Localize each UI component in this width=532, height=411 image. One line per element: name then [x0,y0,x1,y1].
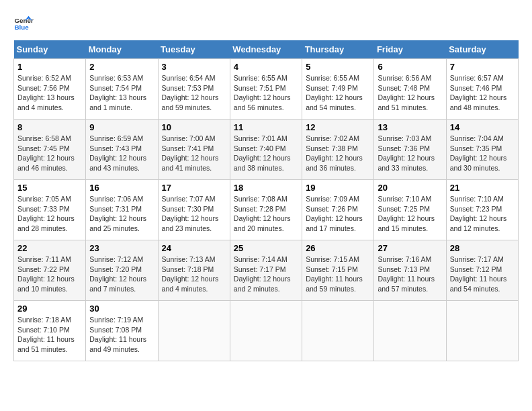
day-cell [230,301,302,361]
day-cell: 20Sunrise: 7:10 AM Sunset: 7:25 PM Dayli… [374,180,446,240]
day-cell [158,301,230,361]
day-info: Sunrise: 7:08 AM Sunset: 7:28 PM Dayligh… [234,194,298,234]
day-number: 2 [89,62,154,72]
week-row-2: 8Sunrise: 6:58 AM Sunset: 7:45 PM Daylig… [14,120,519,180]
day-number: 17 [162,183,226,193]
day-cell: 14Sunrise: 7:04 AM Sunset: 7:35 PM Dayli… [446,120,518,180]
day-number: 16 [89,183,154,193]
week-row-4: 22Sunrise: 7:11 AM Sunset: 7:22 PM Dayli… [14,240,519,301]
day-number: 30 [89,304,154,314]
day-cell: 8Sunrise: 6:58 AM Sunset: 7:45 PM Daylig… [14,120,86,180]
day-cell: 9Sunrise: 6:59 AM Sunset: 7:43 PM Daylig… [86,120,158,180]
day-info: Sunrise: 6:57 AM Sunset: 7:46 PM Dayligh… [450,73,515,113]
day-cell [302,301,374,361]
weekday-header-tuesday: Tuesday [158,40,230,59]
day-cell: 23Sunrise: 7:12 AM Sunset: 7:20 PM Dayli… [86,240,158,301]
day-cell: 13Sunrise: 7:03 AM Sunset: 7:36 PM Dayli… [374,120,446,180]
day-info: Sunrise: 7:15 AM Sunset: 7:15 PM Dayligh… [306,255,370,294]
day-cell: 19Sunrise: 7:09 AM Sunset: 7:26 PM Dayli… [302,180,374,240]
day-cell: 26Sunrise: 7:15 AM Sunset: 7:15 PM Dayli… [302,240,374,301]
day-number: 6 [378,62,442,72]
logo: General Blue [13,13,36,34]
day-info: Sunrise: 6:54 AM Sunset: 7:53 PM Dayligh… [162,73,226,113]
day-number: 9 [89,122,154,132]
day-info: Sunrise: 7:13 AM Sunset: 7:18 PM Dayligh… [162,255,226,294]
day-info: Sunrise: 6:53 AM Sunset: 7:54 PM Dayligh… [89,73,154,113]
weekday-header-saturday: Saturday [446,40,518,59]
day-number: 8 [17,122,82,132]
day-cell: 6Sunrise: 6:56 AM Sunset: 7:48 PM Daylig… [374,59,446,120]
day-cell: 21Sunrise: 7:10 AM Sunset: 7:23 PM Dayli… [446,180,518,240]
day-number: 20 [378,183,442,193]
day-number: 23 [89,243,154,253]
day-info: Sunrise: 6:52 AM Sunset: 7:56 PM Dayligh… [17,73,82,113]
day-number: 7 [450,62,515,72]
day-info: Sunrise: 7:12 AM Sunset: 7:20 PM Dayligh… [89,255,154,294]
day-cell: 25Sunrise: 7:14 AM Sunset: 7:17 PM Dayli… [230,240,302,301]
day-number: 10 [162,122,226,132]
week-row-3: 15Sunrise: 7:05 AM Sunset: 7:33 PM Dayli… [14,180,519,240]
day-info: Sunrise: 7:01 AM Sunset: 7:40 PM Dayligh… [234,134,298,173]
day-number: 13 [378,122,442,132]
day-cell: 30Sunrise: 7:19 AM Sunset: 7:08 PM Dayli… [86,301,158,361]
day-number: 22 [17,243,82,253]
day-info: Sunrise: 7:02 AM Sunset: 7:38 PM Dayligh… [306,134,370,173]
day-cell [446,301,518,361]
day-number: 24 [162,243,226,253]
day-number: 25 [234,243,298,253]
day-number: 4 [234,62,298,72]
day-cell: 3Sunrise: 6:54 AM Sunset: 7:53 PM Daylig… [158,59,230,120]
day-number: 15 [17,183,82,193]
day-info: Sunrise: 6:55 AM Sunset: 7:49 PM Dayligh… [306,73,370,113]
day-cell: 2Sunrise: 6:53 AM Sunset: 7:54 PM Daylig… [86,59,158,120]
day-cell: 24Sunrise: 7:13 AM Sunset: 7:18 PM Dayli… [158,240,230,301]
day-cell: 22Sunrise: 7:11 AM Sunset: 7:22 PM Dayli… [14,240,86,301]
day-number: 3 [162,62,226,72]
day-cell: 29Sunrise: 7:18 AM Sunset: 7:10 PM Dayli… [14,301,86,361]
day-number: 1 [17,62,82,72]
day-number: 18 [234,183,298,193]
weekday-header-monday: Monday [86,40,158,59]
day-cell: 11Sunrise: 7:01 AM Sunset: 7:40 PM Dayli… [230,120,302,180]
weekday-header-sunday: Sunday [14,40,86,59]
day-info: Sunrise: 7:09 AM Sunset: 7:26 PM Dayligh… [306,194,370,234]
day-number: 29 [17,304,82,314]
day-number: 21 [450,183,515,193]
day-info: Sunrise: 6:58 AM Sunset: 7:45 PM Dayligh… [17,134,82,173]
day-number: 19 [306,183,370,193]
weekday-header-wednesday: Wednesday [230,40,302,59]
day-info: Sunrise: 7:05 AM Sunset: 7:33 PM Dayligh… [17,194,82,234]
day-info: Sunrise: 7:14 AM Sunset: 7:17 PM Dayligh… [234,255,298,294]
day-info: Sunrise: 7:16 AM Sunset: 7:13 PM Dayligh… [378,255,442,294]
day-info: Sunrise: 7:18 AM Sunset: 7:10 PM Dayligh… [17,315,82,355]
day-cell: 18Sunrise: 7:08 AM Sunset: 7:28 PM Dayli… [230,180,302,240]
day-cell: 4Sunrise: 6:55 AM Sunset: 7:51 PM Daylig… [230,59,302,120]
day-cell: 16Sunrise: 7:06 AM Sunset: 7:31 PM Dayli… [86,180,158,240]
day-number: 27 [378,243,442,253]
weekday-header-thursday: Thursday [302,40,374,59]
svg-text:Blue: Blue [15,24,30,31]
day-number: 12 [306,122,370,132]
day-info: Sunrise: 6:56 AM Sunset: 7:48 PM Dayligh… [378,73,442,113]
weekday-header-row: SundayMondayTuesdayWednesdayThursdayFrid… [14,40,519,59]
day-cell: 17Sunrise: 7:07 AM Sunset: 7:30 PM Dayli… [158,180,230,240]
day-cell: 12Sunrise: 7:02 AM Sunset: 7:38 PM Dayli… [302,120,374,180]
day-number: 28 [450,243,515,253]
day-info: Sunrise: 7:07 AM Sunset: 7:30 PM Dayligh… [162,194,226,234]
day-info: Sunrise: 7:10 AM Sunset: 7:25 PM Dayligh… [378,194,442,234]
day-cell: 1Sunrise: 6:52 AM Sunset: 7:56 PM Daylig… [14,59,86,120]
day-cell: 28Sunrise: 7:17 AM Sunset: 7:12 PM Dayli… [446,240,518,301]
day-number: 14 [450,122,515,132]
day-cell [374,301,446,361]
day-cell: 15Sunrise: 7:05 AM Sunset: 7:33 PM Dayli… [14,180,86,240]
day-cell: 7Sunrise: 6:57 AM Sunset: 7:46 PM Daylig… [446,59,518,120]
day-number: 26 [306,243,370,253]
day-info: Sunrise: 7:04 AM Sunset: 7:35 PM Dayligh… [450,134,515,173]
week-row-1: 1Sunrise: 6:52 AM Sunset: 7:56 PM Daylig… [14,59,519,120]
day-number: 5 [306,62,370,72]
day-info: Sunrise: 6:55 AM Sunset: 7:51 PM Dayligh… [234,73,298,113]
day-info: Sunrise: 7:17 AM Sunset: 7:12 PM Dayligh… [450,255,515,294]
day-cell: 10Sunrise: 7:00 AM Sunset: 7:41 PM Dayli… [158,120,230,180]
day-cell: 5Sunrise: 6:55 AM Sunset: 7:49 PM Daylig… [302,59,374,120]
day-cell: 27Sunrise: 7:16 AM Sunset: 7:13 PM Dayli… [374,240,446,301]
